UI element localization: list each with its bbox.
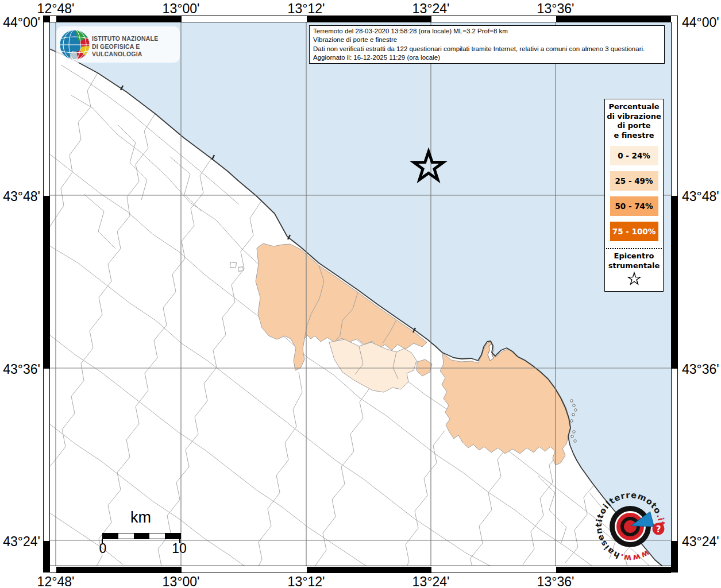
axis-label-lat-left-2: 43°36': [0, 362, 40, 377]
axis-label-lon-top-1: 13°00': [141, 1, 221, 17]
map-svg: [49, 22, 672, 566]
info-line-event: Terremoto del 28-03-2020 13:58:28 (ora l…: [313, 27, 661, 36]
axis-label-lon-bottom-3: 13°24': [391, 574, 471, 588]
legend-swatch-0-24: 0 - 24%: [610, 146, 658, 165]
haisentitoilterremoto-watermark: www.haisentitoilterremoto.it ?: [592, 488, 669, 565]
legend-title-line: e finestre: [605, 131, 663, 141]
legend-title-line: Percentuale: [605, 99, 663, 112]
legend-title-line: di porte: [605, 121, 663, 131]
legend-epicenter-label: strumentale: [605, 261, 663, 271]
axis-label-lon-bottom-1: 13°00': [141, 574, 221, 588]
ingv-line2: DI GEOFISICA E VULCANOLOGIA: [92, 43, 180, 59]
scalebar-end-label: 10: [167, 541, 192, 556]
scalebar-segment: [134, 533, 149, 539]
earthquake-info-box: Terremoto del 28-03-2020 13:58:28 (ora l…: [309, 25, 665, 64]
ingv-line1: ISTITUTO NAZIONALE: [92, 35, 180, 43]
axis-label-lon-top-0: 12°48': [16, 1, 96, 17]
axis-label-lon-bottom-0: 12°48': [16, 574, 96, 588]
legend-title-line: di vibrazione: [605, 112, 663, 122]
watermark-question-badge: ?: [653, 523, 665, 535]
map-canvas: [49, 22, 672, 566]
scalebar-start-label: 0: [91, 541, 115, 556]
legend: Percentuale di vibrazione di porte e fin…: [604, 99, 664, 292]
legend-swatch-75-100: 75 - 100%: [610, 222, 658, 241]
axis-label-lat-left-0: 44°00': [0, 15, 40, 30]
scalebar-segment: [149, 533, 165, 539]
watermark-question-mark: ?: [656, 524, 661, 535]
ingv-wordmark: ISTITUTO NAZIONALE DI GEOFISICA E VULCAN…: [92, 35, 180, 59]
axis-label-lat-right-3: 43°24': [682, 534, 721, 550]
legend-swatch-50-74: 50 - 74%: [610, 196, 658, 216]
axis-label-lat-left-1: 43°48': [0, 189, 40, 204]
legend-swatch-25-49: 25 - 49%: [610, 171, 658, 191]
axis-label-lon-top-3: 13°24': [391, 1, 471, 17]
scalebar-segment: [103, 533, 118, 539]
axis-label-lon-bottom-4: 13°36': [515, 574, 596, 588]
axis-label-lat-right-2: 43°36': [682, 362, 721, 377]
scalebar-segment: [165, 533, 180, 539]
scalebar-segment: [118, 533, 134, 539]
legend-epicenter-label: Epicentro: [605, 249, 663, 261]
macroseismic-map-page: { "axes": { "lon": ["12°48'", "13°00'", …: [0, 0, 721, 588]
ingv-globe-icon: [59, 28, 91, 61]
axis-label-lon-bottom-2: 13°12': [266, 574, 346, 588]
scalebar: [102, 533, 181, 539]
ingv-logo: ISTITUTO NAZIONALE DI GEOFISICA E VULCAN…: [56, 26, 180, 63]
info-line-effect: Vibrazione di porte e finestre: [313, 36, 661, 44]
info-line-source: Dati non verificati estratti da 122 ques…: [313, 45, 661, 53]
axis-label-lon-top-2: 13°12': [266, 1, 346, 17]
scalebar-unit-label: km: [115, 509, 167, 527]
axis-label-lon-top-4: 13°36': [515, 1, 596, 17]
info-line-updated: Aggiornato il: 16-12-2025 11:29 (ora loc…: [313, 53, 661, 62]
axis-label-lat-left-3: 43°24': [0, 534, 40, 550]
axis-label-lat-right-0: 44°00': [682, 15, 721, 30]
legend-epicenter-star-icon: [627, 272, 642, 287]
axis-label-lat-right-1: 43°48': [682, 189, 721, 204]
